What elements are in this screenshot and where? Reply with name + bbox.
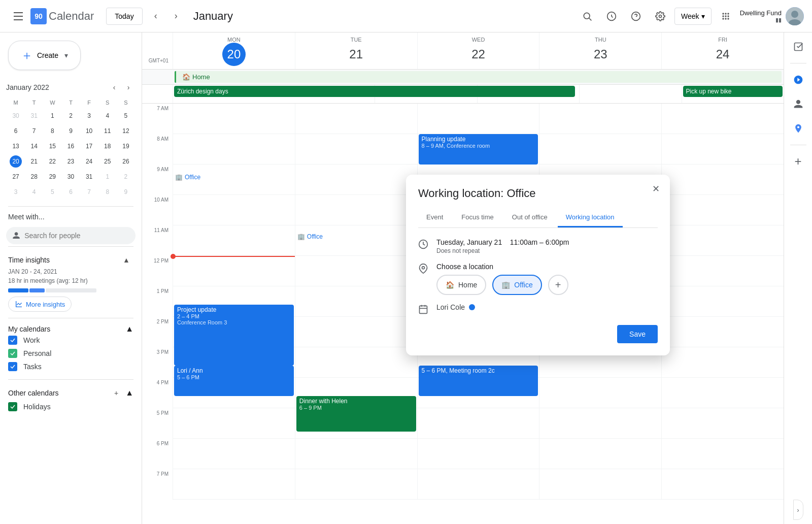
location-icon: [418, 264, 428, 276]
right-add-button[interactable]: +: [788, 151, 808, 172]
meet-sidebar-button[interactable]: [788, 70, 808, 90]
event-zurich-design[interactable]: Zürich design days: [174, 86, 575, 97]
expand-panel-button[interactable]: ›: [793, 500, 803, 520]
popup-tab-event[interactable]: Event: [418, 208, 451, 227]
view-selector-button[interactable]: Week ▾: [674, 8, 712, 25]
calendar-item-work[interactable]: Work: [8, 334, 133, 347]
help-icon: [631, 11, 641, 21]
popup-datetime-row: Tuesday, January 21 11:00am – 6:00pm Doe…: [418, 238, 658, 254]
next-week-button[interactable]: ›: [167, 7, 185, 25]
nav-arrows: ‹ ›: [147, 7, 185, 25]
popup-tab-ooo[interactable]: Out of office: [504, 208, 556, 227]
month-title: January: [193, 10, 233, 23]
meet-icon: [793, 75, 803, 85]
time-7am: 7 AM: [142, 104, 173, 134]
popup-save-button[interactable]: Save: [617, 325, 658, 343]
working-loc-tue[interactable]: 🏢 Office: [297, 233, 323, 240]
other-calendars-title: Other calendars: [8, 389, 59, 397]
office-icon-mon: 🏢: [175, 174, 183, 181]
grid-icon: [721, 11, 731, 21]
pickup-bike-title: Pick up new bike: [686, 88, 732, 95]
calendar-item-tasks[interactable]: Tasks: [8, 360, 133, 373]
event-dinner-helen[interactable]: Dinner with Helen 6 – 9 PM: [296, 396, 416, 432]
dinner-helen-time: 6 – 9 PM: [299, 405, 413, 411]
divider: [8, 206, 133, 207]
divider4: [8, 379, 133, 380]
location-chip-office[interactable]: 🏢 Office: [492, 275, 542, 295]
home-label: Home: [192, 73, 210, 81]
popup-tab-focus[interactable]: Focus time: [453, 208, 502, 227]
prev-week-button[interactable]: ‹: [147, 7, 165, 25]
search-people-input[interactable]: [6, 227, 136, 244]
calendar-item-holidays[interactable]: Holidays: [8, 400, 133, 413]
meeting-room-title: 5 – 6 PM, Meeting room 2c: [422, 367, 535, 374]
maps-sidebar-button[interactable]: [788, 118, 808, 139]
day-header-mon[interactable]: MON 20: [173, 32, 295, 69]
add-location-button[interactable]: +: [548, 275, 568, 295]
work-checkbox[interactable]: [8, 336, 17, 345]
mini-cal-title: January 2022: [6, 83, 49, 91]
nav-right-actions: Week ▾ Dwelling Fund ▮▮: [577, 6, 804, 26]
google-apps-button[interactable]: [716, 6, 736, 26]
my-calendars-title: My calendars: [8, 325, 50, 333]
location-chip-home[interactable]: 🏠 Home: [436, 275, 486, 295]
time-7pm: 7 PM: [142, 469, 173, 500]
time-12pm: 12 PM: [142, 256, 173, 286]
avatar[interactable]: [786, 7, 804, 25]
insights-hours: 18 hr in meetings (avg: 12 hr): [8, 277, 133, 284]
divider3: [8, 318, 133, 318]
personal-checkbox[interactable]: [8, 349, 17, 358]
menu-button[interactable]: [8, 6, 28, 26]
event-pickup-bike[interactable]: Pick up new bike: [683, 86, 783, 97]
gmt-label: GMT+01: [142, 32, 173, 69]
tasks-sidebar-button[interactable]: [788, 37, 808, 57]
popup-location-content: Choose a location 🏠 Home 🏢 Office +: [436, 263, 658, 295]
more-insights-button[interactable]: More insights: [8, 297, 72, 312]
settings-button[interactable]: [650, 6, 670, 26]
search-button[interactable]: [577, 6, 597, 26]
time-6pm: 6 PM: [142, 439, 173, 469]
home-banner[interactable]: 🏠 Home: [175, 71, 782, 83]
svg-point-7: [791, 11, 798, 18]
event-lori-ann[interactable]: Lori / Ann 5 – 6 PM: [174, 366, 294, 396]
popup-close-button[interactable]: ✕: [648, 181, 664, 197]
search-people-field[interactable]: [24, 232, 129, 240]
lori-ann-title: Lori / Ann: [177, 367, 291, 374]
event-meeting-room[interactable]: 5 – 6 PM, Meeting room 2c: [419, 366, 538, 396]
mini-prev-month-button[interactable]: ‹: [107, 80, 121, 94]
status-icon: [606, 11, 617, 21]
chevron-down-icon: ▾: [701, 12, 705, 20]
plus-icon: ＋: [21, 47, 33, 63]
today-button[interactable]: Today: [106, 8, 142, 25]
day-header-wed[interactable]: WED 22: [417, 32, 539, 69]
chart-icon: [15, 300, 23, 308]
calendar-item-personal[interactable]: Personal: [8, 347, 133, 360]
all-day-col-fri: Pick up new bike: [682, 85, 784, 103]
add-other-calendar-button[interactable]: +: [109, 386, 123, 400]
event-project-update[interactable]: Project update 2 – 4 PM Conference Room …: [174, 305, 294, 366]
location-chips: 🏠 Home 🏢 Office +: [436, 275, 658, 295]
day-header-fri[interactable]: FRI 24: [661, 32, 784, 69]
holidays-checkbox[interactable]: [8, 402, 17, 411]
calendar-personal-label: Personal: [23, 349, 51, 357]
popup-location-row: Choose a location 🏠 Home 🏢 Office +: [418, 263, 658, 295]
create-button[interactable]: ＋ Create ▾: [8, 41, 81, 70]
person-icon: [12, 231, 20, 240]
help-button[interactable]: [626, 6, 646, 26]
mini-next-month-button[interactable]: ›: [121, 80, 136, 94]
other-calendars-header[interactable]: Other calendars + ▲: [8, 386, 133, 400]
popup-tab-working-location[interactable]: Working location: [558, 208, 623, 227]
person-sidebar-button[interactable]: [788, 94, 808, 114]
event-planning-update[interactable]: Planning update 8 – 9 AM, Conference roo…: [419, 134, 538, 165]
insights-collapse-button[interactable]: ▲: [119, 253, 133, 267]
day-header-thu[interactable]: THU 23: [539, 32, 661, 69]
my-calendars-header[interactable]: My calendars ▲: [8, 324, 133, 334]
day-col-tue: 🏢 Office Dinner with Helen 6 – 9 PM: [295, 104, 417, 500]
tasks-checkbox[interactable]: [8, 362, 17, 371]
day-header-tue[interactable]: TUE 21: [295, 32, 417, 69]
main-layout: ＋ Create ▾ January 2022 ‹ › MTWTFSS 3031…: [0, 32, 812, 524]
status-button[interactable]: [601, 6, 622, 26]
insights-date-range: JAN 20 - 24, 2021: [8, 268, 133, 275]
tasks-icon: [793, 42, 803, 52]
working-loc-mon[interactable]: 🏢 Office: [175, 174, 200, 181]
